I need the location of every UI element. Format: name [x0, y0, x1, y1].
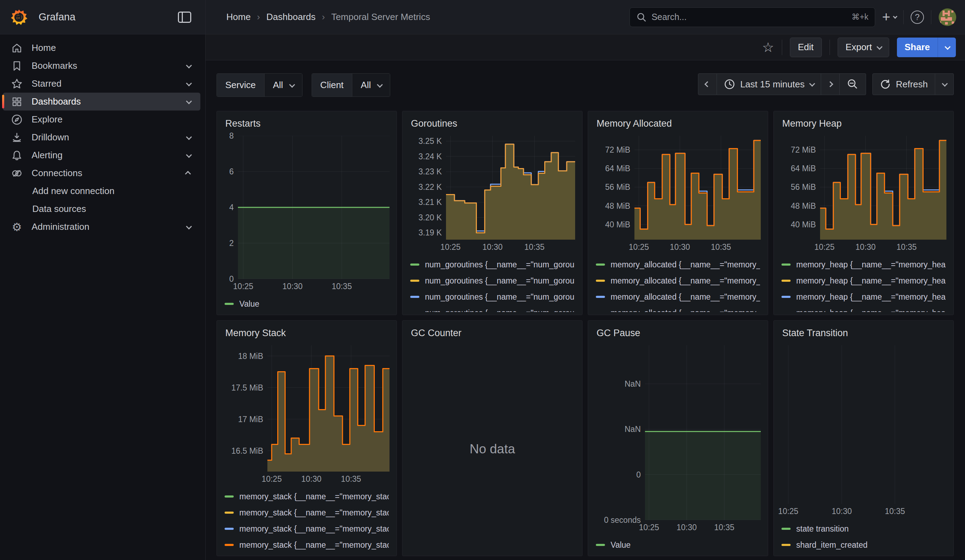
x-axis-tick: 10:30: [670, 242, 690, 252]
y-axis-tick: 0: [636, 470, 641, 479]
sidebar-item-add-new-connection[interactable]: Add new connection: [3, 182, 200, 200]
y-axis-tick: 4: [229, 203, 234, 212]
panel-title[interactable]: Memory Stack: [224, 326, 389, 345]
legend-item[interactable]: memory_allocated {__name__="memory_alloc…: [596, 256, 760, 273]
sidebar-item-drilldown[interactable]: Drilldown: [3, 129, 200, 146]
panel-goroutines: Goroutines3.25 K3.24 K3.23 K3.22 K3.21 K…: [402, 111, 582, 315]
sidebar-item-data-sources[interactable]: Data sources: [3, 200, 200, 218]
grid-icon: [10, 96, 23, 107]
sidebar-item-starred[interactable]: Starred: [3, 75, 200, 93]
legend-item[interactable]: Value: [596, 537, 760, 553]
panel-title[interactable]: State Transition: [781, 326, 946, 345]
chart-plot[interactable]: [238, 136, 389, 279]
panel-title[interactable]: GC Counter: [409, 326, 575, 345]
chevron-down-icon[interactable]: [186, 80, 192, 87]
legend-item[interactable]: memory_heap {__name__="memory_heap": [782, 273, 946, 289]
legend-label: memory_heap {__name__="memory_heap": [796, 276, 946, 286]
legend: Value: [224, 294, 389, 312]
legend-item[interactable]: num_goroutines {__name__="num_goroutines…: [410, 289, 574, 305]
chart-plot[interactable]: [267, 345, 389, 472]
legend-item[interactable]: num_goroutines {__name__="num_goroutines…: [410, 256, 574, 273]
legend-item[interactable]: num_goroutines {__name__="num_goroutines…: [410, 273, 574, 289]
legend-item[interactable]: memory_stack {__name__="memory_stack": [224, 521, 389, 537]
sidebar-item-alerting[interactable]: Alerting: [3, 146, 200, 164]
dashboard-content: Service All Client All: [206, 61, 965, 560]
legend-item[interactable]: Value: [224, 296, 389, 312]
chart-plot[interactable]: [446, 136, 575, 240]
search-input[interactable]: [652, 12, 847, 22]
sidebar-item-bookmarks[interactable]: Bookmarks: [3, 57, 200, 75]
share-menu-button[interactable]: [938, 38, 956, 57]
panel-title[interactable]: GC Pause: [595, 326, 761, 345]
legend-item[interactable]: num_goroutines {__name__="num_goroutines…: [410, 305, 574, 312]
chevron-down-icon[interactable]: [186, 98, 192, 104]
chevron-up-icon[interactable]: [185, 171, 191, 176]
edit-button[interactable]: Edit: [790, 38, 822, 57]
sidebar-item-dashboards[interactable]: Dashboards: [3, 93, 200, 111]
legend-item[interactable]: memory_stack {__name__="memory_stack": [224, 504, 389, 521]
legend-label: memory_stack {__name__="memory_stack": [239, 524, 389, 534]
panel-title[interactable]: Restarts: [224, 116, 389, 136]
legend-label: num_goroutines {__name__="num_goroutines…: [425, 292, 574, 302]
time-range-picker[interactable]: Last 15 minutes: [717, 73, 821, 95]
chart-plot[interactable]: [635, 136, 761, 240]
time-back-button[interactable]: [698, 73, 717, 95]
zoom-out-button[interactable]: [840, 73, 866, 95]
chevron-down-icon: [377, 82, 383, 88]
favorite-star-icon[interactable]: ☆: [762, 40, 774, 55]
add-button[interactable]: +: [882, 9, 896, 25]
y-axis-tick: 56 MiB: [605, 183, 630, 192]
chevron-down-icon[interactable]: [186, 152, 192, 158]
legend-item[interactable]: memory_heap {__name__="memory_heap": [782, 305, 946, 312]
breadcrumb-dashboards[interactable]: Dashboards: [267, 11, 316, 23]
legend-item[interactable]: memory_stack {__name__="memory_stack": [224, 488, 389, 504]
dock-sidebar-icon[interactable]: [178, 11, 191, 23]
time-forward-button[interactable]: [821, 73, 840, 95]
sidebar-item-administration[interactable]: ⚙Administration: [3, 218, 200, 236]
chevron-down-icon[interactable]: [186, 62, 192, 69]
x-axis-tick: 10:25: [233, 282, 254, 291]
share-split-button: Share: [897, 38, 956, 57]
legend-item[interactable]: memory_allocated {__name__="memory_alloc…: [596, 305, 760, 312]
service-filter-value[interactable]: All: [265, 73, 302, 96]
panel-title[interactable]: Memory Allocated: [595, 116, 761, 136]
y-axis-tick: 64 MiB: [791, 164, 816, 173]
share-button[interactable]: Share: [897, 38, 938, 57]
legend-label: memory_allocated {__name__="memory_alloc…: [610, 276, 760, 286]
refresh-button[interactable]: Refresh: [872, 73, 935, 95]
chart-plot[interactable]: [820, 136, 946, 240]
sidebar-nav: HomeBookmarksStarredDashboardsExploreDri…: [0, 35, 205, 560]
sidebar-item-explore[interactable]: Explore: [3, 111, 200, 129]
legend-item[interactable]: memory_allocated {__name__="memory_alloc…: [596, 289, 760, 305]
legend-dash: [224, 544, 234, 546]
x-axis-tick: 10:25: [440, 242, 461, 252]
x-axis-tick: 10:35: [341, 474, 361, 484]
chart-plot[interactable]: [645, 345, 761, 520]
breadcrumb-home[interactable]: Home: [226, 11, 250, 23]
legend-item[interactable]: state transition: [782, 521, 946, 537]
legend-item[interactable]: shard_item_created: [782, 537, 946, 553]
panel-title[interactable]: Goroutines: [409, 116, 575, 136]
sidebar-item-home[interactable]: Home: [3, 39, 200, 57]
panel-title[interactable]: Memory Heap: [781, 116, 946, 136]
export-button[interactable]: Export: [837, 38, 889, 57]
chart-plot[interactable]: [783, 345, 946, 504]
search-box[interactable]: ⌘+k: [630, 7, 875, 27]
legend-item[interactable]: memory_heap {__name__="memory_heap": [782, 256, 946, 273]
sidebar-item-connections[interactable]: Connections: [3, 164, 200, 182]
chevron-down-icon[interactable]: [186, 134, 192, 140]
service-filter: Service All: [216, 73, 303, 97]
divider: [829, 40, 830, 55]
client-filter-value[interactable]: All: [352, 73, 390, 96]
refresh-interval-button[interactable]: [935, 73, 954, 95]
search-shortcut: ⌘+k: [852, 12, 869, 22]
legend-item[interactable]: memory_heap {__name__="memory_heap": [782, 289, 946, 305]
chevron-down-icon[interactable]: [186, 224, 192, 230]
legend-item[interactable]: memory_allocated {__name__="memory_alloc…: [596, 273, 760, 289]
avatar[interactable]: [938, 8, 957, 26]
legend-item[interactable]: memory_stack {__name__="memory_stack": [224, 537, 389, 553]
help-icon[interactable]: ?: [911, 11, 924, 24]
y-axis-tick: 72 MiB: [791, 145, 816, 154]
legend-dash: [224, 511, 234, 514]
x-axis-tick: 10:25: [262, 474, 282, 484]
